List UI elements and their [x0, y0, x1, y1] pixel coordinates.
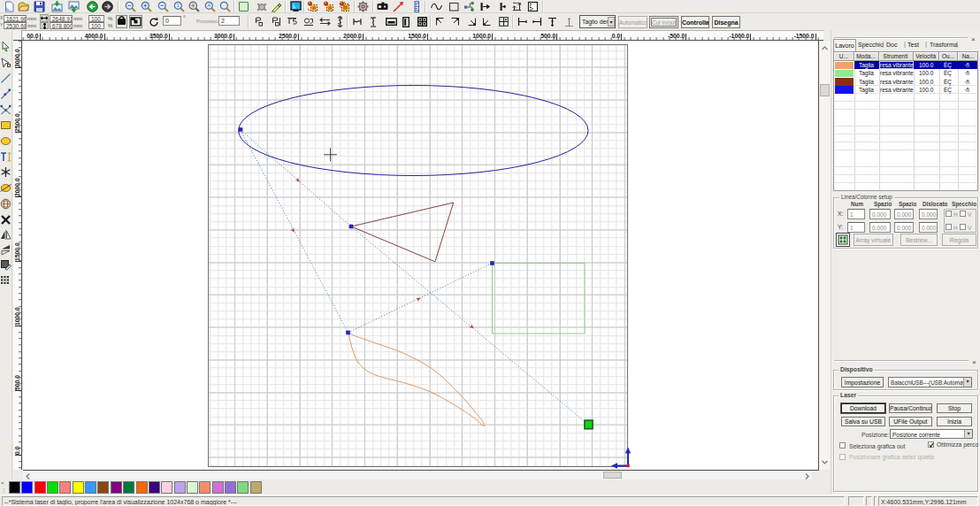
svg-text:1: 1	[177, 3, 180, 8]
svg-text:A: A	[207, 3, 211, 8]
